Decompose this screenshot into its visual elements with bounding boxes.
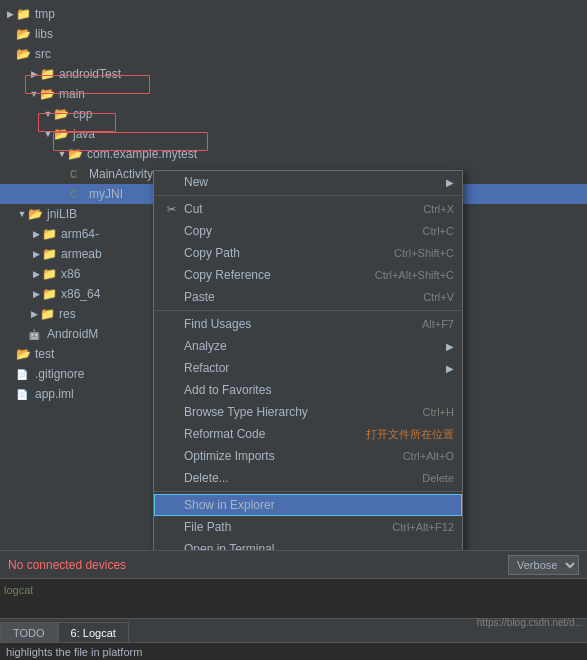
menu-shortcut-copypath: Ctrl+Shift+C	[394, 247, 454, 259]
menu-shortcut-browsehierarchy: Ctrl+H	[423, 406, 454, 418]
menu-label-refactor: Refactor	[184, 361, 442, 375]
menu-shortcut-cut: Ctrl+X	[423, 203, 454, 215]
menu-label-showexplorer: Show in Explorer	[184, 498, 454, 512]
file-icon-gitignore: 📄	[16, 369, 32, 380]
tab-logcat-label: 6: Logcat	[71, 627, 116, 639]
url-hint: https://blog.csdn.net/d...	[477, 617, 583, 628]
menu-divider-1	[154, 195, 462, 196]
tree-label-main: main	[59, 87, 85, 101]
tree-label-x86: x86	[61, 267, 80, 281]
menu-label-cut: Cut	[184, 202, 403, 216]
menu-item-analyze[interactable]: Analyze ▶	[154, 335, 462, 357]
menu-label-copypath: Copy Path	[184, 246, 374, 260]
class-icon-mainactivity: C	[70, 169, 86, 180]
highlight-text: highlights the file in platform	[0, 644, 148, 660]
folder-icon-androidtest: 📁	[40, 68, 56, 80]
menu-item-refactor[interactable]: Refactor ▶	[154, 357, 462, 379]
tree-arrow-cpp: ▼	[42, 109, 54, 119]
menu-divider-3	[154, 491, 462, 492]
menu-item-findusages[interactable]: Find Usages Alt+F7	[154, 313, 462, 335]
folder-icon-tmp: 📁	[16, 8, 32, 20]
tree-item-src[interactable]: 📂 src	[0, 44, 587, 64]
tab-todo-label: TODO	[13, 627, 45, 639]
menu-item-delete[interactable]: Delete... Delete	[154, 467, 462, 489]
menu-shortcut-copyref: Ctrl+Alt+Shift+C	[375, 269, 454, 281]
tree-label-armeab: armeab	[61, 247, 102, 261]
tree-arrow-main: ▼	[28, 89, 40, 99]
tree-item-package[interactable]: ▼ 📂 com.example.mytest	[0, 144, 587, 164]
tree-label-test: test	[35, 347, 54, 361]
no-devices-text: No connected devices	[8, 558, 500, 572]
context-menu: New ▶ ✂ Cut Ctrl+X Copy Ctrl+C Copy Path…	[153, 170, 463, 550]
menu-label-filepath: File Path	[184, 520, 372, 534]
menu-label-delete: Delete...	[184, 471, 402, 485]
folder-icon-jnilib: 📂	[28, 208, 44, 220]
folder-icon-src: 📂	[16, 48, 32, 60]
tree-item-androidtest[interactable]: ▶ 📁 androidTest	[0, 64, 587, 84]
menu-shortcut-copy: Ctrl+C	[423, 225, 454, 237]
tree-arrow-armeab: ▶	[30, 249, 42, 259]
menu-label-reformat: Reformat Code	[184, 427, 346, 441]
menu-item-favorites[interactable]: Add to Favorites	[154, 379, 462, 401]
tree-label-res: res	[59, 307, 76, 321]
tree-label-java: java	[73, 127, 95, 141]
tree-item-java[interactable]: ▼ 📂 java	[0, 124, 587, 144]
tree-arrow-package: ▼	[56, 149, 68, 159]
tab-logcat[interactable]: 6: Logcat	[58, 622, 129, 642]
tree-arrow-res: ▶	[28, 309, 40, 319]
tree-arrow-x86_64: ▶	[30, 289, 42, 299]
menu-item-new[interactable]: New ▶	[154, 171, 462, 193]
menu-label-openterminal: Open in Terminal	[184, 542, 454, 550]
menu-shortcut-filepath: Ctrl+Alt+F12	[392, 521, 454, 533]
tree-label-myjni: myJNI	[89, 187, 123, 201]
tree-arrow-jnilib: ▼	[16, 209, 28, 219]
tree-label-cpp: cpp	[73, 107, 92, 121]
menu-item-filepath[interactable]: File Path Ctrl+Alt+F12	[154, 516, 462, 538]
folder-icon-x86: 📁	[42, 268, 58, 280]
tab-todo[interactable]: TODO	[0, 622, 58, 642]
tree-item-main[interactable]: ▼ 📂 main	[0, 84, 587, 104]
menu-shortcut-delete: Delete	[422, 472, 454, 484]
folder-icon-main: 📂	[40, 88, 56, 100]
menu-item-copy[interactable]: Copy Ctrl+C	[154, 220, 462, 242]
menu-label-new: New	[184, 175, 442, 189]
menu-item-cut[interactable]: ✂ Cut Ctrl+X	[154, 198, 462, 220]
tree-label-package: com.example.mytest	[87, 147, 197, 161]
menu-item-paste[interactable]: Paste Ctrl+V	[154, 286, 462, 308]
menu-item-browsehierarchy[interactable]: Browse Type Hierarchy Ctrl+H	[154, 401, 462, 423]
folder-icon-test: 📂	[16, 348, 32, 360]
menu-shortcut-findusages: Alt+F7	[422, 318, 454, 330]
logcat-text: logcat	[4, 584, 33, 596]
bottom-bar: No connected devices Verbose logcat TODO…	[0, 550, 587, 660]
menu-item-copyref[interactable]: Copy Reference Ctrl+Alt+Shift+C	[154, 264, 462, 286]
menu-item-copypath[interactable]: Copy Path Ctrl+Shift+C	[154, 242, 462, 264]
menu-item-openterminal[interactable]: Open in Terminal	[154, 538, 462, 550]
folder-icon-arm64: 📁	[42, 228, 58, 240]
tree-item-libs[interactable]: 📂 libs	[0, 24, 587, 44]
tree-label-x86_64: x86_64	[61, 287, 100, 301]
menu-shortcut-paste: Ctrl+V	[423, 291, 454, 303]
file-tree: ▶ 📁 tmp 📂 libs 📂 src ▶ 📁 androidTest ▼ 📂…	[0, 0, 587, 550]
folder-icon-res: 📁	[40, 308, 56, 320]
menu-item-reformat[interactable]: Reformat Code 打开文件所在位置	[154, 423, 462, 445]
menu-label-paste: Paste	[184, 290, 403, 304]
folder-icon-armeab: 📁	[42, 248, 58, 260]
file-icon-androidm: 🤖	[28, 329, 44, 340]
tree-arrow-androidtest: ▶	[28, 69, 40, 79]
tree-arrow-tmp: ▶	[4, 9, 16, 19]
tree-arrow-arm64: ▶	[30, 229, 42, 239]
tree-label-androidm: AndroidM	[47, 327, 98, 341]
tree-item-tmp[interactable]: ▶ 📁 tmp	[0, 4, 587, 24]
menu-shortcut-optimize: Ctrl+Alt+O	[403, 450, 454, 462]
tree-label-tmp: tmp	[35, 7, 55, 21]
menu-item-optimize[interactable]: Optimize Imports Ctrl+Alt+O	[154, 445, 462, 467]
menu-item-showexplorer[interactable]: Show in Explorer	[154, 494, 462, 516]
menu-label-favorites: Add to Favorites	[184, 383, 454, 397]
tree-arrow-java: ▼	[42, 129, 54, 139]
folder-icon-x86_64: 📁	[42, 288, 58, 300]
tree-item-cpp[interactable]: ▼ 📂 cpp	[0, 104, 587, 124]
tree-label-appiml: app.iml	[35, 387, 74, 401]
menu-shortcut-reformat: 打开文件所在位置	[366, 427, 454, 442]
tree-label-arm64: arm64-	[61, 227, 99, 241]
verbose-select[interactable]: Verbose	[508, 555, 579, 575]
